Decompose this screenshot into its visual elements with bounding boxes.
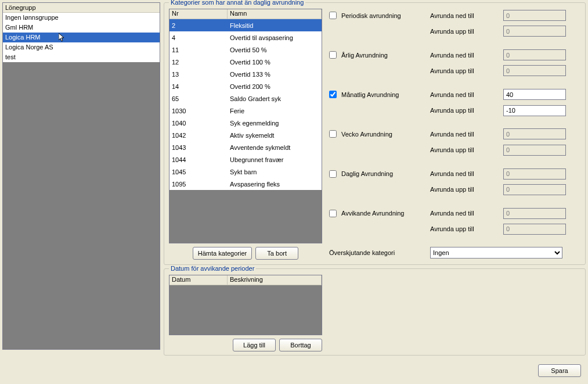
cell-nr: 1045 <box>169 167 228 177</box>
round-down-input[interactable] <box>503 10 566 21</box>
kategori-row[interactable]: 1042Aktiv sykemeldt <box>169 129 322 141</box>
delete-date-button[interactable]: Borttag <box>279 339 322 351</box>
cell-nr: 13 <box>169 70 228 79</box>
kategori-row[interactable]: 2Fleksitid <box>169 19 322 31</box>
cell-nr: 12 <box>169 58 228 67</box>
rounding-label: Periodisk avrundning <box>341 12 401 19</box>
rounding-checkbox[interactable] <box>329 210 337 217</box>
lonegrupp-listbox[interactable]: Lönegrupp Ingen lønnsgruppeGml HRMLogica… <box>2 2 160 350</box>
cell-nr: 2 <box>169 21 228 30</box>
round-up-label: Avrunda upp till <box>430 67 503 74</box>
cell-namn: Saldo Gradert syk <box>228 94 322 103</box>
round-up-label: Avrunda upp till <box>430 28 503 35</box>
overflow-category-select[interactable]: Ingen <box>430 247 562 259</box>
kategori-row[interactable]: 1043Avventende sykmeldt <box>169 141 322 153</box>
kategori-row[interactable]: 1045Sykt barn <box>169 166 322 178</box>
rounding-checkbox[interactable] <box>329 91 337 98</box>
round-down-label: Avrunda ned till <box>430 52 503 59</box>
datum-table[interactable]: Datum Beskrivning <box>169 275 322 335</box>
cell-namn: Overtid 50 % <box>228 45 322 55</box>
lonegrupp-item[interactable]: Gml HRM <box>3 23 160 33</box>
round-up-label: Avrunda upp till <box>430 186 503 193</box>
cell-nr: 4 <box>169 33 228 42</box>
remove-category-button[interactable]: Ta bort <box>255 247 298 260</box>
round-up-label: Avrunda upp till <box>430 107 503 114</box>
cell-namn: Ferie <box>228 106 322 116</box>
kategori-table[interactable]: Nr Namn 2Fleksitid4Overtid til avspaseri… <box>169 9 322 243</box>
cell-namn: Ubegrunnet fravær <box>228 155 322 164</box>
round-down-label: Avrunda ned till <box>430 91 503 98</box>
cell-nr: 1040 <box>169 119 228 128</box>
rounding-checkbox[interactable] <box>329 51 337 59</box>
rounding-label: Avvikande Avrundning <box>341 210 404 217</box>
lonegrupp-item[interactable]: test <box>3 52 160 62</box>
cell-namn: Fleksitid <box>228 21 322 30</box>
cell-nr: 1095 <box>169 180 228 189</box>
kategori-row[interactable]: 1030Ferie <box>169 105 322 117</box>
round-up-input[interactable] <box>503 26 566 37</box>
round-down-input[interactable] <box>503 89 566 100</box>
cell-namn: Overtid 100 % <box>228 58 322 67</box>
lonegrupp-item[interactable]: Logica HRM <box>3 33 160 42</box>
datum-groupbox: Datum för avvikande perioder Datum Beskr… <box>164 268 586 356</box>
add-date-button[interactable]: Lägg till <box>233 339 276 351</box>
lonegrupp-header: Lönegrupp <box>3 3 160 13</box>
round-up-input[interactable] <box>503 105 566 116</box>
cell-nr: 1030 <box>169 106 228 116</box>
kategori-groupbox: Kategorier som har annat än daglig avrun… <box>164 2 586 265</box>
kategori-row[interactable]: 1095Avspasering fleks <box>169 178 322 190</box>
cell-nr: 1042 <box>169 131 228 140</box>
kategori-row[interactable]: 4Overtid til avspasering <box>169 31 322 44</box>
round-down-label: Avrunda ned till <box>430 131 503 138</box>
cell-namn: Aktiv sykemeldt <box>228 131 322 140</box>
col-beskrivning[interactable]: Beskrivning <box>228 275 322 285</box>
kategori-row[interactable]: 1040Syk egenmelding <box>169 117 322 129</box>
kategori-row[interactable]: 12Overtid 100 % <box>169 56 322 68</box>
cell-nr: 1044 <box>169 155 228 164</box>
cell-nr: 14 <box>169 82 228 91</box>
round-down-input[interactable] <box>503 208 566 219</box>
lonegrupp-item[interactable]: Logica Norge AS <box>3 42 160 52</box>
round-up-label: Avrunda upp till <box>430 146 503 153</box>
cell-namn: Avventende sykmeldt <box>228 143 322 152</box>
col-datum[interactable]: Datum <box>169 275 228 285</box>
round-up-input[interactable] <box>503 145 566 156</box>
kategori-row[interactable]: 1044Ubegrunnet fravær <box>169 153 322 166</box>
rounding-label: Daglig Avrundning <box>341 170 393 177</box>
kategori-group-title: Kategorier som har annat än daglig avrun… <box>169 0 305 6</box>
lonegrupp-item[interactable]: Ingen lønnsgruppe <box>3 13 160 23</box>
cell-namn: Overtid til avspasering <box>228 33 322 42</box>
round-up-input[interactable] <box>503 65 566 76</box>
rounding-label: Månatlig Avrundning <box>341 91 399 98</box>
kategori-row[interactable]: 13Overtid 133 % <box>169 68 322 80</box>
col-namn[interactable]: Namn <box>228 9 322 19</box>
round-down-input[interactable] <box>503 168 566 180</box>
round-down-input[interactable] <box>503 49 566 60</box>
round-up-label: Avrunda upp till <box>430 225 503 232</box>
rounding-checkbox[interactable] <box>329 130 337 138</box>
kategori-row[interactable]: 65Saldo Gradert syk <box>169 92 322 105</box>
round-down-label: Avrunda ned till <box>430 12 503 19</box>
fetch-categories-button[interactable]: Hämta kategorier <box>193 247 252 260</box>
cell-nr: 11 <box>169 45 228 55</box>
cell-namn: Avspasering fleks <box>228 180 322 189</box>
col-nr[interactable]: Nr <box>169 9 228 19</box>
cell-namn: Overtid 133 % <box>228 70 322 79</box>
round-down-input[interactable] <box>503 128 566 139</box>
cell-namn: Sykt barn <box>228 167 322 177</box>
overflow-category-label: Överskjutande kategori <box>329 249 395 256</box>
round-up-input[interactable] <box>503 184 566 195</box>
kategori-row[interactable]: 11Overtid 50 % <box>169 44 322 56</box>
round-down-label: Avrunda ned till <box>430 210 503 217</box>
cell-nr: 65 <box>169 94 228 103</box>
datum-group-title: Datum för avvikande perioder <box>169 265 256 272</box>
cell-nr: 1043 <box>169 143 228 152</box>
rounding-label: Vecko Avrundning <box>341 131 392 138</box>
save-button[interactable]: Spara <box>538 364 581 377</box>
rounding-label: Årlig Avrundning <box>341 52 388 59</box>
rounding-checkbox[interactable] <box>329 12 337 19</box>
rounding-checkbox[interactable] <box>329 170 337 178</box>
round-down-label: Avrunda ned till <box>430 170 503 177</box>
kategori-row[interactable]: 14Overtid 200 % <box>169 80 322 92</box>
round-up-input[interactable] <box>503 224 566 235</box>
